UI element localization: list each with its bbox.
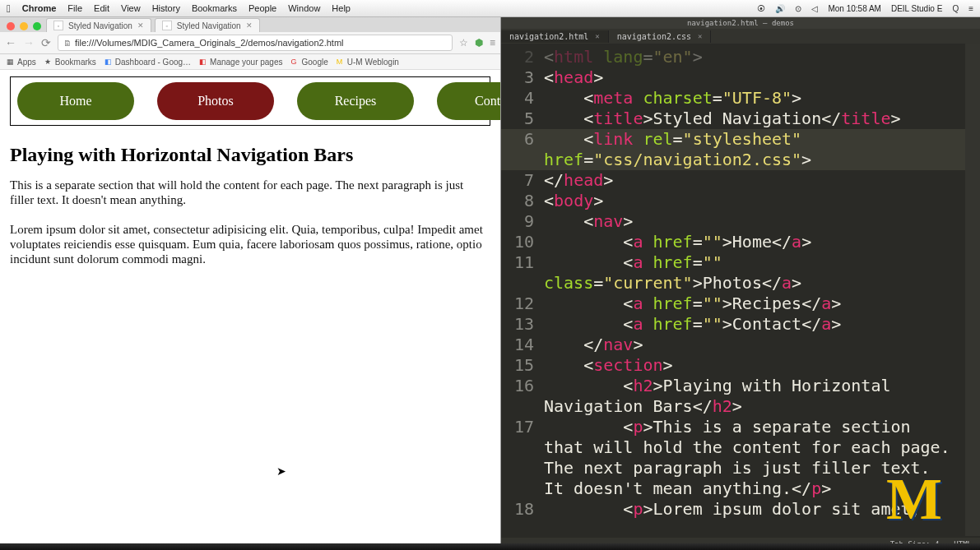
chrome-window: ▫ Styled Navigation ✕ ▫ Styled Navigatio… [0, 17, 501, 550]
back-button[interactable]: ← [5, 36, 16, 49]
bookmark-item[interactable]: ★Bookmarks [44, 58, 96, 67]
nav-link-recipes[interactable]: Recipes [297, 82, 414, 120]
nav-link-home[interactable]: Home [17, 82, 134, 120]
apple-menu-icon[interactable]:  [7, 3, 11, 14]
menu-history[interactable]: History [152, 3, 180, 13]
line-content: <link rel="stylesheet" href="css/navigat… [544, 129, 980, 170]
bookmark-item[interactable]: MU-M Weblogin [337, 58, 399, 67]
chrome-menu-icon[interactable]: ≡ [490, 37, 495, 49]
apps-icon: ▦ [7, 58, 15, 66]
bluetooth-icon[interactable]: ◁ [811, 4, 818, 13]
code-line[interactable]: 5 <title>Styled Navigation</title> [501, 109, 980, 129]
umich-icon: M [337, 58, 345, 66]
editor-window: navigation2.html — demos navigation2.htm… [501, 17, 980, 550]
browser-tab[interactable]: ▫ Styled Navigation ✕ [46, 18, 151, 32]
line-number: 18 [501, 499, 544, 520]
code-line[interactable]: 9 <nav> [501, 211, 980, 232]
code-line[interactable]: 6 <link rel="stylesheet" href="css/navig… [501, 129, 980, 170]
bookmark-item[interactable]: GGoogle [291, 58, 328, 67]
reload-button[interactable]: ⟳ [41, 36, 51, 49]
editor-tab-name: navigation2.css [617, 32, 691, 41]
code-line[interactable]: 12 <a href="">Recipes</a> [501, 293, 980, 314]
code-line[interactable]: 14 </nav> [501, 335, 980, 355]
nav-link-contact[interactable]: Contact [437, 82, 500, 120]
menubar-app-name[interactable]: Chrome [22, 3, 57, 13]
line-content: <html lang="en"> [544, 47, 980, 67]
code-line[interactable]: 16 <h2>Playing with Horizontal Navigatio… [501, 376, 980, 417]
tab-title: Styled Navigation [68, 21, 132, 30]
browser-tab[interactable]: ▫ Styled Navigation ✕ [155, 18, 260, 32]
code-line[interactable]: 15 <section> [501, 355, 980, 376]
screen-record-icon[interactable]: ⦿ [757, 4, 765, 13]
bookmark-star-icon[interactable]: ☆ [459, 37, 468, 49]
horizontal-nav: Home Photos Recipes Contact [10, 76, 490, 126]
bookmark-item[interactable]: ◧Dashboard - Goog… [105, 58, 191, 67]
tab-close-icon[interactable]: ✕ [137, 21, 144, 30]
menubar-user[interactable]: DEIL Studio E [891, 4, 942, 13]
code-line[interactable]: 13 <a href="">Contact</a> [501, 314, 980, 335]
page-viewport[interactable]: Home Photos Recipes Contact Playing with… [0, 70, 500, 550]
page-icon: ◧ [199, 58, 207, 66]
url-text: file:///Volumes/MDIG_Camera_Originals_2/… [75, 38, 343, 48]
editor-titlebar: navigation2.html — demos [501, 17, 980, 29]
menu-file[interactable]: File [67, 3, 82, 13]
code-line[interactable]: 4 <meta charset="UTF-8"> [501, 88, 980, 109]
window-close-icon[interactable] [7, 22, 15, 30]
spotlight-icon[interactable]: Q [952, 4, 959, 13]
page-heading: Playing with Horizontal Navigation Bars [10, 144, 490, 166]
code-line[interactable]: 2<html lang="en"> [501, 47, 980, 67]
line-content: <p>This is a separate section that will … [544, 417, 980, 499]
nav-link-photos[interactable]: Photos [157, 82, 274, 120]
wifi-icon[interactable]: ⊙ [795, 4, 801, 13]
window-minimize-icon[interactable] [20, 22, 28, 30]
tab-close-icon[interactable]: ✕ [246, 21, 253, 30]
google-icon: G [291, 58, 300, 66]
code-line[interactable]: 18 <p>Lorem ipsum dolor sit amet, [501, 499, 980, 520]
line-number: 3 [501, 67, 544, 88]
line-content: </nav> [544, 335, 980, 355]
mac-menubar:  Chrome File Edit View History Bookmark… [0, 0, 980, 17]
line-number: 12 [501, 293, 544, 314]
tab-close-icon[interactable]: ✕ [698, 32, 702, 40]
line-content: <a href="">Recipes</a> [544, 293, 980, 314]
code-line[interactable]: 11 <a href="" class="current">Photos</a> [501, 252, 980, 293]
minimap[interactable] [965, 44, 980, 536]
address-bar[interactable]: 🗎 file:///Volumes/MDIG_Camera_Originals_… [58, 35, 453, 51]
line-number: 5 [501, 109, 544, 129]
line-content: <title>Styled Navigation</title> [544, 109, 980, 129]
menu-view[interactable]: View [121, 3, 141, 13]
bookmark-item[interactable]: ◧Manage your pages [199, 58, 282, 67]
menubar-clock[interactable]: Mon 10:58 AM [828, 4, 880, 13]
code-line[interactable]: 8<body> [501, 191, 980, 211]
notification-center-icon[interactable]: ≡ [968, 4, 973, 13]
line-content: <a href="" class="current">Photos</a> [544, 252, 980, 293]
mac-dock[interactable] [0, 543, 980, 550]
code-line[interactable]: 17 <p>This is a separate section that wi… [501, 417, 980, 499]
menu-people[interactable]: People [248, 3, 276, 13]
folder-icon: ◧ [105, 58, 113, 66]
menu-bookmarks[interactable]: Bookmarks [192, 3, 237, 13]
code-line[interactable]: 10 <a href="">Home</a> [501, 232, 980, 252]
code-line[interactable]: 3<head> [501, 67, 980, 88]
editor-tab[interactable]: navigation2.html ✕ [501, 30, 609, 43]
line-number: 16 [501, 376, 544, 417]
line-content: <h2>Playing with Horizontal Navigation B… [544, 376, 980, 417]
menu-help[interactable]: Help [332, 3, 351, 13]
tab-close-icon[interactable]: ✕ [595, 32, 599, 40]
bookmark-item[interactable]: ▦Apps [7, 58, 36, 67]
forward-button[interactable]: → [23, 36, 35, 49]
menu-window[interactable]: Window [288, 3, 320, 13]
code-area[interactable]: 2<html lang="en">3<head>4 <meta charset=… [501, 44, 980, 538]
menu-edit[interactable]: Edit [94, 3, 109, 13]
line-number: 7 [501, 170, 544, 191]
editor-tab[interactable]: navigation2.css ✕ [609, 30, 712, 43]
window-zoom-icon[interactable] [33, 22, 41, 30]
editor-tab-name: navigation2.html [509, 32, 588, 41]
line-number: 2 [501, 47, 544, 67]
volume-icon[interactable]: 🔊 [775, 4, 785, 13]
code-line[interactable]: 7</head> [501, 170, 980, 191]
mouse-cursor-icon: ➤ [276, 464, 286, 478]
line-number: 8 [501, 191, 544, 211]
page-paragraph: This is a separate section that will hol… [10, 178, 490, 207]
extension-icon[interactable]: ⬢ [475, 37, 483, 49]
